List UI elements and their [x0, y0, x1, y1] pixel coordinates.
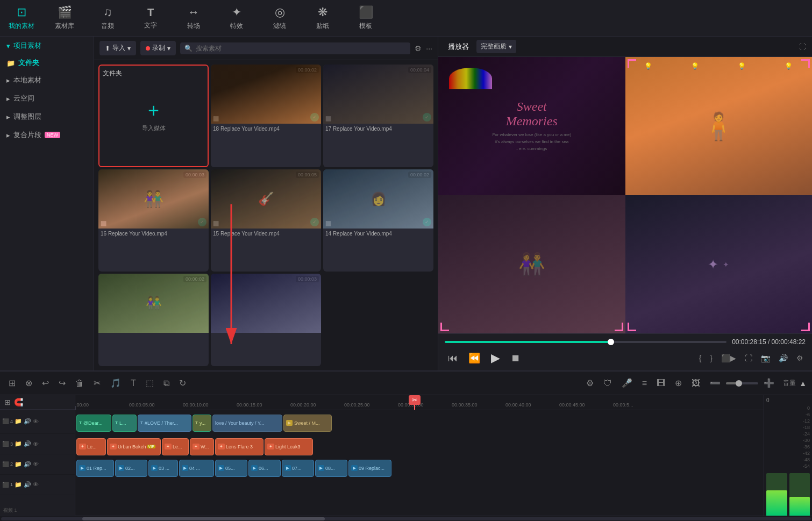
track3-vol-icon[interactable]: 🔊: [24, 440, 31, 447]
more-icon[interactable]: ···: [426, 44, 432, 53]
overlay-button[interactable]: ⊕: [672, 377, 685, 389]
redo-button[interactable]: ↪: [55, 377, 69, 389]
track2-eye-icon[interactable]: 👁: [33, 461, 39, 467]
clip-dear[interactable]: T@Dear...: [76, 415, 111, 432]
h-scrollbar-track[interactable]: [1, 517, 811, 520]
grid-view-button[interactable]: ⊞: [5, 377, 19, 389]
compound-button[interactable]: ⧉: [160, 377, 173, 389]
track2-folder-icon[interactable]: 📁: [15, 461, 22, 468]
sidebar-composite[interactable]: ▸ 复合片段 NEW: [0, 126, 94, 144]
media-item-14[interactable]: 00:00:02 ⬜ ✓ 👩 14 Replace Your Video.mp4: [323, 169, 433, 272]
settings-btn[interactable]: ⚙: [794, 353, 806, 363]
zoom-handle[interactable]: [736, 380, 742, 387]
track1-eye-icon[interactable]: 👁: [33, 481, 39, 488]
mark-in-button[interactable]: {: [697, 353, 704, 363]
media-item-15[interactable]: 00:00:05 ⬜ ✓ 🎸 15 Replace Your Video.mp4: [211, 169, 321, 272]
clip-light-leak[interactable]: ✦ Light Leak 3: [265, 438, 313, 455]
toolbar-effects[interactable]: ✦ 特效: [215, 0, 258, 37]
clip-03[interactable]: ▶03 ...: [148, 460, 178, 477]
track1-folder-icon[interactable]: 📁: [15, 481, 22, 488]
media-item-partial1[interactable]: 00:00:02 👫: [98, 274, 209, 366]
track3-eye-icon[interactable]: 👁: [33, 441, 39, 447]
progress-track[interactable]: [445, 341, 726, 343]
toolbar-audio[interactable]: ♫ 音频: [86, 0, 129, 37]
snap-icon[interactable]: 🧲: [14, 398, 23, 406]
sidebar-project-media[interactable]: ▾ 项目素材: [0, 37, 94, 55]
filter-icon[interactable]: ⚙: [415, 44, 422, 53]
film-button[interactable]: 🎞: [653, 377, 668, 389]
clip-le1[interactable]: ✦Le...: [76, 438, 106, 455]
tab-player[interactable]: 播放器: [445, 41, 472, 53]
clip-02[interactable]: ▶02...: [115, 460, 147, 477]
split-audio-button[interactable]: 🎵: [107, 377, 124, 389]
clip-y[interactable]: Ty...: [193, 415, 211, 432]
mark-out-button[interactable]: }: [708, 353, 715, 363]
clip-08[interactable]: ▶08...: [315, 460, 347, 477]
toolbar-my-media[interactable]: ⊡ 我的素材: [0, 0, 43, 37]
track4-vol-icon[interactable]: 🔊: [24, 418, 31, 425]
timeline-scrollbar[interactable]: [0, 516, 812, 521]
clip-l[interactable]: TL...: [112, 415, 137, 432]
preview-quality-selector[interactable]: 完整画质 ▾: [476, 40, 516, 53]
clip-lens-flare[interactable]: ✦Lens Flare 3: [215, 438, 263, 455]
refresh-button[interactable]: ↻: [176, 377, 189, 389]
step-back-button[interactable]: ⏮: [445, 352, 461, 365]
stop-button[interactable]: ⏹: [508, 352, 524, 365]
fullscreen-btn[interactable]: ⛶: [743, 353, 754, 363]
media-item-17[interactable]: 00:00:04 ⬜ ✓ 17 Replace Your Video.mp4: [323, 65, 433, 167]
crop-button[interactable]: ⬚: [143, 377, 157, 389]
text-button[interactable]: T: [127, 377, 139, 389]
zoom-out-button[interactable]: ➖: [707, 377, 724, 389]
clip-09[interactable]: ▶09 Replac...: [348, 460, 391, 477]
toolbar-stickers[interactable]: ❋ 贴纸: [301, 0, 344, 37]
captions-button[interactable]: ≡: [639, 377, 650, 389]
track3-folder-icon[interactable]: 📁: [15, 440, 22, 447]
clip-05[interactable]: ▶05...: [215, 460, 247, 477]
magnetic-button[interactable]: ⊗: [22, 377, 35, 389]
clip-sweet[interactable]: ▶Sweet / M...: [283, 415, 332, 432]
toolbar-filters[interactable]: ◎ 滤镜: [258, 0, 301, 37]
zoom-in-button[interactable]: ➕: [760, 377, 778, 389]
export-button[interactable]: ⬛▶: [719, 353, 738, 363]
sidebar-local[interactable]: ▸ 本地素材: [0, 71, 94, 89]
toolbar-text[interactable]: T 文字: [129, 0, 172, 37]
toolbar-templates[interactable]: ⬛ 模板: [344, 0, 387, 37]
add-track-icon[interactable]: ⊞: [4, 398, 11, 406]
clip-urban-bokeh[interactable]: ✦Urban Bokeh VIP: [107, 438, 161, 455]
clip-04[interactable]: ▶04 ...: [179, 460, 214, 477]
sidebar-folder[interactable]: 📁 文件夹: [0, 55, 94, 71]
mic-button[interactable]: 🎤: [618, 377, 636, 389]
search-box[interactable]: 🔍: [180, 42, 410, 54]
clip-07[interactable]: ▶07...: [282, 460, 314, 477]
volume-btn[interactable]: 🔊: [777, 353, 790, 363]
h-scrollbar-thumb[interactable]: [82, 517, 325, 520]
fullscreen-icon[interactable]: ⛶: [799, 43, 806, 51]
zoom-slider[interactable]: [726, 382, 758, 384]
sidebar-adjust[interactable]: ▸ 调整图层: [0, 108, 94, 126]
frame-back-button[interactable]: ⏪: [465, 351, 483, 365]
search-input[interactable]: [196, 45, 406, 52]
toolbar-transition[interactable]: ↔ 转场: [172, 0, 215, 37]
shield-button[interactable]: 🛡: [600, 377, 615, 389]
clip-06[interactable]: ▶06...: [248, 460, 281, 477]
media-item-16[interactable]: 00:00:03 ⬜ ✓ 👫 16 Replace Your Video.mp4: [98, 169, 209, 272]
settings-cog-button[interactable]: ⚙: [583, 377, 597, 389]
color-button[interactable]: 🖼: [688, 377, 703, 389]
clip-01[interactable]: ▶01 Rep...: [76, 460, 114, 477]
sidebar-cloud[interactable]: ▸ 云空间: [0, 89, 94, 108]
record-button[interactable]: 录制 ▾: [140, 41, 176, 55]
play-button[interactable]: ▶: [488, 350, 503, 366]
clip-love-beauty[interactable]: love / Your beauty / Y...: [212, 415, 282, 432]
toolbar-media-lib[interactable]: 🎬 素材库: [43, 0, 86, 37]
clip-love[interactable]: T#LOVE / Ther...: [138, 415, 191, 432]
import-button[interactable]: ⬆ 导入 ▾: [99, 41, 136, 55]
undo-button[interactable]: ↩: [39, 377, 52, 389]
delete-button[interactable]: 🗑: [72, 377, 87, 389]
track4-eye-icon[interactable]: 👁: [33, 418, 39, 425]
track4-folder-icon[interactable]: 📁: [15, 418, 22, 425]
folder-item[interactable]: 文件夹 + 导入媒体: [98, 65, 209, 167]
clip-w[interactable]: ✦W...: [190, 438, 214, 455]
media-item-18[interactable]: 00:00:02 ⬜ ✓ 18 Replace Your Video.mp4: [211, 65, 321, 167]
track2-vol-icon[interactable]: 🔊: [24, 461, 31, 468]
clip-le2[interactable]: ✦Le...: [162, 438, 189, 455]
